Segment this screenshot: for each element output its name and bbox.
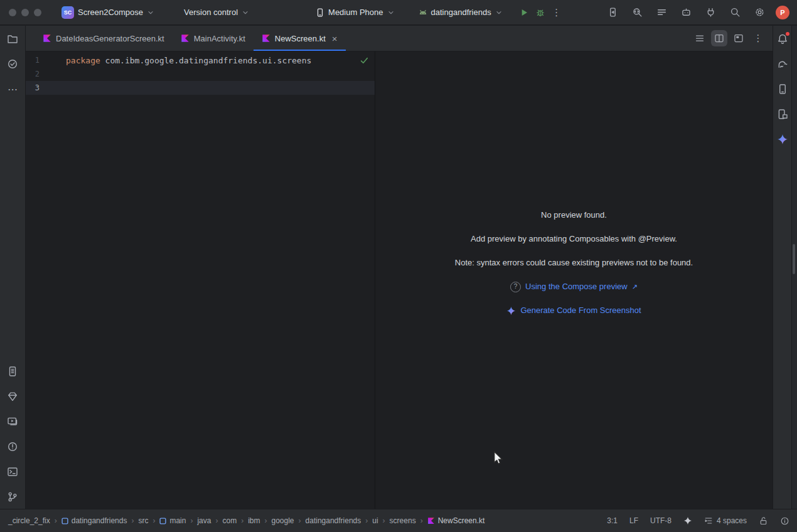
chevron-right-icon: › [383, 516, 385, 525]
help-icon: ? [510, 282, 521, 292]
preview-note: Note: syntax errors could cause existing… [455, 257, 693, 269]
scrollbar-thumb[interactable] [793, 244, 795, 274]
logcat-tool-button[interactable] [4, 363, 21, 380]
encoding-widget[interactable]: UTF-8 [650, 516, 671, 525]
settings-gear-icon [754, 7, 765, 18]
chevron-down-icon [146, 8, 155, 17]
tab-mainactivity[interactable]: MainActivity.kt [173, 26, 254, 51]
code-editor[interactable]: 1 package com.ibm.google.datingandfriend… [26, 51, 375, 509]
run-configuration-selector[interactable]: datingandfriends [414, 4, 507, 21]
breadcrumb-item[interactable]: com [222, 515, 237, 526]
running-devices-tool-button[interactable] [4, 413, 21, 430]
problems-tool-button[interactable] [4, 439, 21, 455]
device-mirror-icon[interactable] [604, 4, 621, 21]
bug-icon [535, 8, 545, 18]
tab-newscreen[interactable]: NewScreen.kt × [254, 26, 346, 51]
run-button[interactable] [516, 4, 532, 21]
indent-icon [704, 516, 713, 525]
project-menu[interactable]: Screen2Compose [74, 4, 159, 20]
left-tool-stripe: ⋯ [0, 26, 26, 509]
search-icon [730, 7, 741, 18]
debug-button[interactable] [532, 4, 548, 21]
editor-options-button[interactable]: ⋮ [750, 30, 766, 46]
terminal-tool-button[interactable] [4, 464, 21, 480]
version-control-tool-button[interactable] [4, 489, 21, 505]
preview-hint: Add preview by annotating Composables wi… [471, 233, 677, 245]
editor-tab-bar: DateIdeasGeneratorScreen.kt MainActivity… [26, 26, 773, 51]
breadcrumb-label: main [169, 516, 186, 525]
ai-status-widget[interactable] [683, 516, 692, 525]
git-branch-icon [7, 491, 18, 503]
gradle-elephant-icon [777, 58, 788, 70]
readonly-toggle[interactable] [759, 516, 768, 526]
breadcrumb-item[interactable]: google [270, 515, 294, 526]
device-selector-label: Medium Phone [328, 8, 383, 17]
phone-icon [315, 8, 325, 18]
project-tool-button[interactable] [4, 31, 21, 47]
generate-link-label: Generate Code From Screenshot [520, 305, 641, 316]
line-separator-widget[interactable]: LF [629, 516, 638, 525]
split-view-icon [714, 33, 724, 43]
device-explorer-tool-button[interactable] [774, 106, 791, 122]
settings-button[interactable] [751, 4, 768, 21]
info-button[interactable] [780, 516, 789, 526]
generate-code-from-screenshot-link[interactable]: Generate Code From Screenshot [506, 305, 641, 316]
breadcrumb-item[interactable]: datingandfriends [305, 515, 362, 526]
list-icon [656, 7, 667, 18]
split-view-button[interactable] [711, 30, 727, 46]
breadcrumb-item[interactable]: java [196, 515, 211, 526]
minimize-window-button[interactable] [21, 9, 29, 16]
gradle-tool-button[interactable] [774, 56, 791, 72]
zoom-window-button[interactable] [34, 9, 41, 16]
code-view-button[interactable] [692, 30, 708, 46]
breadcrumb-item-current-file[interactable]: NewScreen.kt [427, 515, 486, 526]
close-window-button[interactable] [9, 9, 16, 16]
breadcrumb-item[interactable]: main [159, 515, 186, 526]
avatar[interactable]: P [776, 6, 789, 19]
app-quality-insights-tool-button[interactable] [4, 388, 21, 405]
avatar-initial: P [780, 9, 784, 16]
commit-tool-button[interactable] [4, 56, 21, 72]
breadcrumb-item[interactable]: ui [372, 515, 378, 526]
scrollbar[interactable] [791, 26, 797, 509]
chevron-down-icon [241, 8, 250, 17]
chevron-right-icon: › [190, 516, 193, 525]
terminal-icon [7, 466, 18, 477]
tool-windows-button[interactable] [653, 4, 670, 21]
caret-position-widget[interactable]: 3:1 [607, 516, 618, 525]
breadcrumb-item[interactable]: screens [389, 515, 417, 526]
search-everywhere-button[interactable] [727, 4, 743, 21]
more-tool-windows-button[interactable]: ⋯ [4, 81, 21, 97]
compose-preview-docs-link[interactable]: ? Using the Compose preview ↗ [510, 281, 638, 292]
project-logo-text: SC [64, 9, 72, 16]
tab-dateideasgeneratorscreen[interactable]: DateIdeasGeneratorScreen.kt [35, 26, 173, 51]
breadcrumb-item[interactable]: ibm [247, 515, 260, 526]
more-run-options-button[interactable]: ⋮ [548, 4, 565, 21]
close-tab-icon[interactable]: × [332, 34, 338, 43]
titlebar: SC Screen2Compose Version control Medium… [0, 0, 797, 25]
breadcrumb-item[interactable]: src [137, 515, 149, 526]
unlock-icon [759, 516, 768, 526]
more-horizontal-icon: ⋯ [8, 83, 18, 95]
code-search-icon [632, 7, 643, 18]
kotlin-file-icon [262, 34, 270, 43]
device-selector[interactable]: Medium Phone [311, 4, 398, 21]
code-search-button[interactable] [629, 4, 645, 21]
design-view-button[interactable] [730, 30, 747, 46]
vcs-menu[interactable]: Version control [180, 4, 254, 20]
device-explorer-icon [777, 109, 788, 120]
device-manager-tool-button[interactable] [774, 81, 791, 97]
line-number: 2 [26, 70, 66, 78]
inspections-widget[interactable] [360, 56, 369, 65]
problems-icon [7, 441, 18, 452]
plugin-button[interactable] [702, 4, 719, 21]
breadcrumb-item[interactable]: _circle_2_fix [8, 515, 51, 526]
main-area: ⋯ [0, 26, 797, 509]
ai-assistant-button[interactable] [678, 4, 694, 21]
breadcrumb-item[interactable]: datingandfriends [61, 515, 128, 526]
chevron-right-icon: › [55, 516, 57, 525]
indent-widget[interactable]: 4 spaces [704, 516, 747, 525]
notifications-button[interactable] [774, 31, 791, 47]
logcat-icon [7, 366, 18, 377]
gemini-tool-button[interactable] [774, 131, 791, 147]
